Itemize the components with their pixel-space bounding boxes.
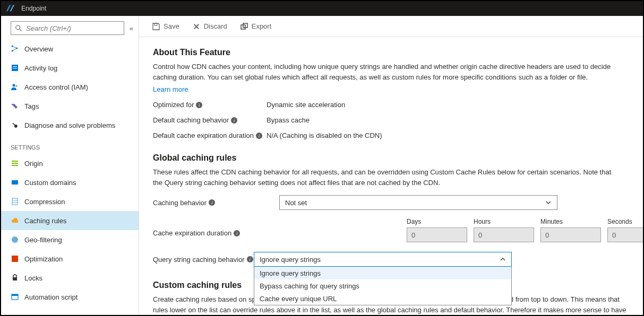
nav-geo-filtering[interactable]: Geo-filtering [1,230,139,249]
nav-label: Custom domains [24,179,76,187]
nav-label: Optimization [24,255,63,263]
save-icon [152,22,160,31]
search-input[interactable] [26,24,121,32]
overview-icon [11,45,19,53]
svg-point-11 [15,85,18,87]
nav-label: Access control (IAM) [24,83,88,91]
nav-compression[interactable]: Compression [1,192,139,211]
export-button[interactable]: Export [240,22,272,31]
dropdown-option[interactable]: Bypass caching for query strings [254,279,511,292]
nav-label: Locks [24,274,42,282]
save-label: Save [164,22,179,30]
nav-label: Origin [24,160,43,168]
nav-overview[interactable]: Overview [1,39,139,58]
qs-behavior-label: Query string caching behavior [153,256,245,264]
nav-optimization[interactable]: Optimization [1,249,139,268]
dropdown-option[interactable]: Ignore query strings [254,267,511,279]
toolbar: Save Discard Export [139,16,643,37]
chevron-up-icon [500,256,506,262]
caching-behavior-select[interactable]: Not set [279,195,557,210]
nav-diagnose[interactable]: Diagnose and solve problems [1,116,139,135]
people-icon [11,83,19,91]
caching-behavior-value: Not set [285,199,307,207]
info-icon[interactable]: i [209,199,215,206]
nav-label: Overview [24,45,53,53]
nav-origin[interactable]: Origin [1,154,139,173]
svg-rect-9 [13,68,17,68]
nav-custom-domains[interactable]: Custom domains [1,173,139,192]
global-rules-title: Global caching rules [153,153,629,163]
nav-automation-script[interactable]: Automation script [1,287,139,306]
svg-line-5 [12,46,17,48]
days-label: Days [407,218,467,225]
nav-tags[interactable]: Tags [1,96,139,116]
nav-label: Tags [24,102,39,110]
export-label: Export [252,22,272,30]
nav-label: Compression [24,198,65,206]
info-icon[interactable]: i [234,230,240,236]
chevron-down-icon [545,199,552,206]
svg-point-10 [13,84,15,87]
lock-icon [11,274,19,282]
svg-point-0 [16,25,20,30]
svg-rect-14 [12,163,18,164]
minutes-input [540,227,601,242]
svg-line-12 [13,123,15,126]
info-icon[interactable]: i [196,102,202,108]
default-expiration-label: Default cache expiration duration [153,131,254,139]
qs-behavior-value: Ignore query strings [260,256,321,264]
svg-rect-13 [12,161,18,162]
wrench-icon [11,121,19,129]
content-area: About This Feature Control how CDN cache… [139,37,643,315]
search-icon [14,24,23,32]
global-rules-description: These rules affect the CDN caching behav… [153,167,620,188]
learn-more-link[interactable]: Learn more [153,85,188,93]
svg-rect-24 [12,294,18,296]
nav-label: Activity log [24,64,57,72]
collapse-sidebar-button[interactable]: « [130,24,133,32]
script-icon [11,293,19,301]
info-icon[interactable]: i [247,256,253,262]
svg-rect-15 [12,165,18,166]
azure-logo [6,5,16,12]
nav-label: Caching rules [24,217,67,225]
save-button[interactable]: Save [152,22,179,31]
days-input [407,227,467,242]
caching-icon [11,216,19,225]
svg-point-20 [12,236,18,243]
export-icon [240,22,248,31]
nav-label: Geo-filtering [24,236,62,244]
discard-icon [192,22,201,31]
minutes-label: Minutes [540,218,601,225]
svg-rect-16 [12,180,18,185]
qs-behavior-dropdown: Ignore query strings Bypass caching for … [254,267,512,305]
default-behavior-value: Bypass cache [267,116,310,124]
discard-label: Discard [204,22,227,30]
optimized-for-label: Optimized for [153,101,194,109]
expiration-label: Cache expiration duration [153,229,231,237]
nav-label: Diagnose and solve problems [24,121,115,129]
discard-button[interactable]: Discard [192,22,227,31]
globe-icon [11,235,19,244]
info-icon[interactable]: i [231,117,237,124]
nav-locks[interactable]: Locks [1,268,139,287]
hours-input [474,227,534,242]
nav-caching-rules[interactable]: Caching rules [1,211,139,230]
caching-behavior-label: Caching behavior [153,199,207,207]
compression-icon [11,197,19,206]
domains-icon [11,178,19,187]
default-expiration-value: N/A (Caching is disabled on the CDN) [267,131,382,139]
settings-section-label: SETTINGS [1,135,139,154]
svg-rect-21 [12,256,18,262]
search-box[interactable] [11,21,124,35]
nav-access-control[interactable]: Access control (IAM) [1,77,139,96]
nav-label: Automation script [24,293,78,301]
qs-behavior-select[interactable]: Ignore query strings [254,252,512,267]
dropdown-option[interactable]: Cache every unique URL [254,292,511,305]
breadcrumb: Endpoint [21,5,46,12]
nav-activity-log[interactable]: Activity log [1,58,139,77]
optimization-icon [11,254,19,263]
log-icon [11,64,19,72]
hours-label: Hours [474,218,534,225]
info-icon[interactable]: i [256,133,262,139]
